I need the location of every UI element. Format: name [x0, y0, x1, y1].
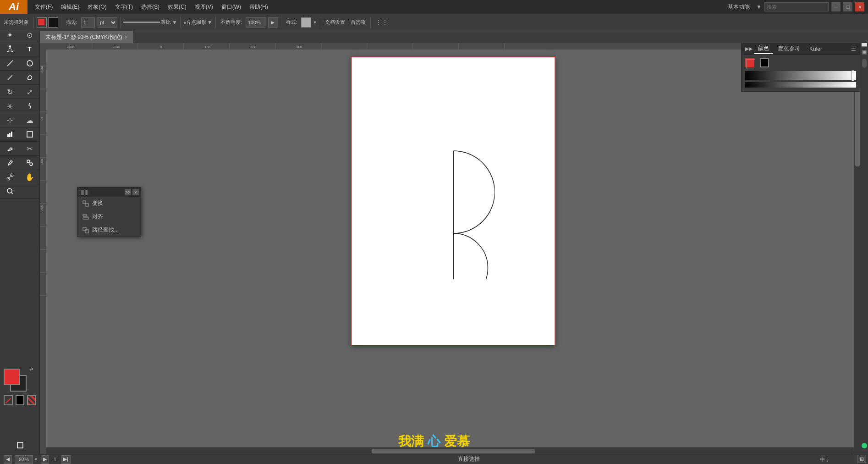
menu-effect[interactable]: 效果(C): [164, 1, 190, 13]
close-button[interactable]: ✕: [855, 2, 864, 11]
color-panel-menu-icon[interactable]: ☰: [851, 46, 856, 52]
search-input[interactable]: [764, 2, 829, 11]
svg-rect-54: [83, 218, 88, 219]
free-transform-tool-btn[interactable]: ⊹: [0, 113, 20, 127]
blend-tool-btn[interactable]: [0, 170, 20, 184]
align-label: 对齐: [92, 213, 103, 221]
restore-button[interactable]: □: [843, 2, 852, 11]
blob-brush-tool-btn[interactable]: [20, 71, 39, 84]
doc-settings-btn[interactable]: 文档设置: [323, 18, 347, 27]
stroke-value-input[interactable]: [81, 17, 95, 28]
last-page-btn[interactable]: ▶|: [61, 455, 71, 464]
color-panel-expand-icon[interactable]: ▶▶: [745, 46, 753, 52]
fill-swatch[interactable]: [37, 17, 47, 28]
style-arrow[interactable]: ▼: [313, 20, 317, 25]
pencil-tool-btn[interactable]: [0, 71, 20, 84]
color-panel-tab-kuler[interactable]: Kuler: [806, 45, 826, 53]
tab-close-btn[interactable]: ×: [125, 35, 128, 40]
document-tab[interactable]: 未标题-1* @ 93% (CMYK/预览) ×: [40, 31, 133, 43]
line-tool-btn[interactable]: [0, 56, 20, 70]
toolbar-separator-1: [33, 17, 34, 28]
stroke-unit-select[interactable]: pt px mm: [97, 17, 117, 28]
normal-view-btn[interactable]: [15, 440, 25, 450]
brush-arrow[interactable]: ▼: [207, 19, 213, 26]
menu-window[interactable]: 窗口(W): [218, 1, 245, 13]
watermark-char-2: 心: [428, 434, 444, 448]
svg-rect-34: [40, 43, 46, 454]
scissors-tool-btn[interactable]: ✂: [20, 142, 39, 155]
transform-panel-item[interactable]: 变换: [77, 197, 141, 210]
no-color-btn[interactable]: [27, 395, 36, 405]
menu-view[interactable]: 视图(V): [191, 1, 217, 13]
opacity-arrow-btn[interactable]: ▶: [268, 17, 278, 28]
pathfinder-panel-item[interactable]: 路径查找...: [77, 223, 141, 237]
extra-options-icon[interactable]: ⋮⋮: [374, 19, 390, 26]
menu-object[interactable]: 对象(O): [84, 1, 110, 13]
menu-edit[interactable]: 编辑(E): [57, 1, 83, 13]
column-graph-tool-btn[interactable]: [0, 127, 20, 141]
scale-tool-btn[interactable]: ⤢: [20, 85, 39, 99]
zoom-arrow[interactable]: ▼: [34, 457, 38, 462]
svg-text:0: 0: [40, 117, 44, 119]
minimize-button[interactable]: ─: [831, 2, 841, 11]
fg-color-swatch-panel[interactable]: [745, 58, 754, 67]
svg-rect-51: [83, 201, 86, 204]
float-panel-close-btn[interactable]: ×: [132, 189, 139, 195]
stroke-type-arrow[interactable]: ▼: [172, 19, 177, 26]
pen-tool-btn[interactable]: [0, 42, 20, 56]
eyedropper-tool-btn[interactable]: [0, 156, 20, 170]
stroke-color-swatch-panel[interactable]: [760, 58, 769, 67]
brush-shape-label: 点圆形: [191, 19, 206, 26]
rotate-tool-btn[interactable]: ↻: [0, 85, 20, 99]
menu-file[interactable]: 文件(F): [31, 1, 56, 13]
swap-colors-btn[interactable]: ⇄: [29, 367, 33, 372]
float-panel-expand-btn[interactable]: >>: [125, 189, 131, 195]
opacity-input[interactable]: [246, 17, 266, 28]
toolbox: ✦ ⊙ T ↻ ⤢ ⚹ ⊹ ☁: [0, 14, 40, 464]
float-panel-header[interactable]: ||||||| >> ×: [77, 188, 141, 197]
width-tool-btn[interactable]: [20, 99, 39, 113]
measure-tool-btn[interactable]: [20, 156, 39, 170]
lightness-bar[interactable]: [745, 82, 856, 88]
status-extra-btn[interactable]: ⊞: [857, 455, 866, 463]
warp-tool-btn[interactable]: ⚹: [0, 99, 20, 113]
zoom-tool-btn[interactable]: [0, 184, 20, 198]
eraser-tool-btn[interactable]: [0, 142, 20, 155]
prev-page-btn[interactable]: ◀: [4, 455, 12, 464]
stroke-swatch[interactable]: [48, 17, 58, 28]
pathfinder-icon: [82, 226, 89, 234]
transform-label: 变换: [92, 199, 103, 207]
align-panel-item[interactable]: 对齐: [77, 210, 141, 223]
canvas-area[interactable]: [46, 43, 860, 454]
next-page-btn[interactable]: ▶: [41, 455, 49, 464]
fill-black-btn[interactable]: [16, 395, 25, 405]
color-panel-tab-color[interactable]: 颜色: [754, 44, 773, 54]
app-logo: Ai: [0, 0, 27, 14]
workspace-dropdown-icon[interactable]: ▼: [756, 4, 762, 10]
color-panel: ▶▶ 颜色 颜色参考 Kuler ☰: [741, 43, 860, 92]
hand-tool-btn[interactable]: ✋: [20, 170, 39, 184]
prefs-btn[interactable]: 首选项: [349, 18, 368, 27]
color-panel-tab-reference[interactable]: 颜色参考: [775, 44, 804, 54]
svg-point-8: [27, 160, 30, 163]
zoom-input[interactable]: [15, 455, 33, 464]
symbol-sprayer-tool-btn[interactable]: ☁: [20, 113, 39, 127]
no-fill-btn[interactable]: [4, 395, 13, 405]
artboard-tool-btn[interactable]: [20, 127, 39, 141]
foreground-color-swatch[interactable]: [4, 369, 20, 385]
ellipse-tool-btn[interactable]: [20, 56, 39, 70]
vertical-scrollbar[interactable]: [854, 43, 860, 454]
vertical-scroll-thumb[interactable]: [855, 84, 860, 166]
color-gradient-bar[interactable]: [745, 71, 856, 80]
type-tool-btn[interactable]: T: [20, 42, 39, 56]
gradient-thumb[interactable]: [852, 70, 854, 81]
rpanel-btn-5[interactable]: ▣: [861, 49, 868, 55]
lang-switch[interactable]: 中 丿: [820, 456, 831, 463]
svg-rect-5: [9, 133, 11, 137]
scroll-indicator[interactable]: [862, 59, 867, 68]
menu-bar: 文件(F) 编辑(E) 对象(O) 文字(T) 选择(S) 效果(C) 视图(V…: [27, 1, 724, 13]
menu-help[interactable]: 帮助(H): [246, 1, 272, 13]
menu-type[interactable]: 文字(T): [111, 1, 137, 13]
menu-select[interactable]: 选择(S): [137, 1, 163, 13]
style-swatch[interactable]: [301, 17, 311, 28]
